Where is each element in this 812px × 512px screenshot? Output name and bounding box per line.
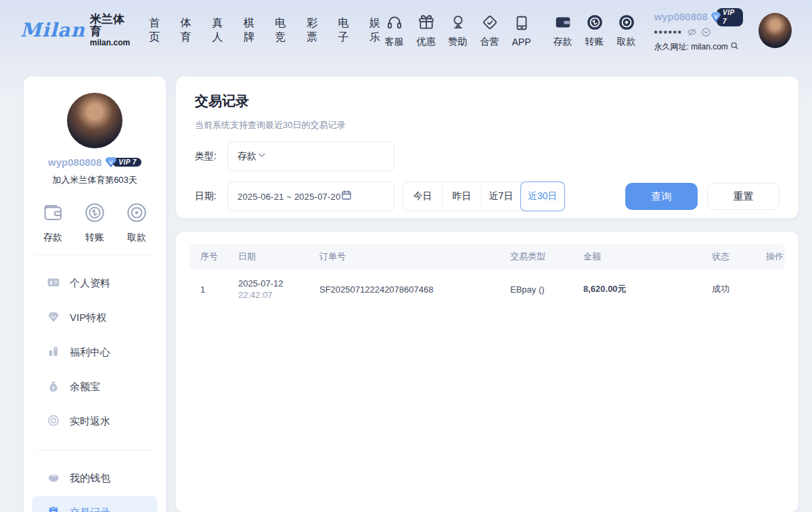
nav-slots[interactable]: 电子 [338,16,352,45]
nav-lottery[interactable]: 彩票 [307,16,321,45]
cell-amount: 8,620.00元 [572,283,701,295]
quicklink-label: 取款 [617,36,636,48]
col-header-status: 状态 [701,251,755,263]
table-header-row: 序号 日期 订单号 交易类型 金额 状态 操作 [189,244,785,270]
cell-type: EBpay () [499,284,572,295]
logo-domain-text: milan.com [90,39,130,47]
chevron-down-icon [256,150,267,163]
benefits-icon [47,345,60,360]
divider [36,450,154,450]
quicklink-label: APP [512,37,531,47]
quick-action-transfer[interactable]: 转账 [83,201,106,244]
nav-sports[interactable]: 体育 [181,16,195,45]
sidebar-item-transactions[interactable]: 交易记录 [32,496,158,512]
site-url-label: 永久网址: milan.com [654,42,728,52]
sidebar-item-label: 交易记录 [70,507,110,512]
range-30days[interactable]: 近30日 [520,182,565,211]
withdraw-coin-icon [618,14,635,34]
quicklink-label: 客服 [385,36,404,48]
quicklink-label: 优惠 [417,36,436,48]
range-yesterday[interactable]: 昨日 [443,182,482,211]
quicklink-promo[interactable]: 优惠 [415,14,437,48]
main-nav: 首页 体育 真人 棋牌 电竞 彩票 电子 娱乐 [149,16,383,45]
rebate-icon [47,414,60,429]
quicklink-label: 赞助 [449,36,468,48]
deposit-wallet-icon [554,14,572,34]
nav-live-casino[interactable]: 真人 [212,16,226,45]
trophy-icon [449,14,467,34]
nav-esports[interactable]: 电竞 [275,16,289,45]
vip-level-label: VIP 7 [717,8,742,26]
sidebar-avatar[interactable] [67,93,122,148]
quicklink-app[interactable]: APP [511,14,533,47]
sidebar-username: wyp080808 [48,156,102,168]
col-header-amount: 金额 [572,251,701,263]
nav-card-games[interactable]: 棋牌 [244,16,258,45]
id-card-icon [47,276,60,291]
user-info-block: wyp080808 V VIP 7 ****** 永久网址: milan.com [654,8,743,53]
moneybag-icon [47,379,60,395]
quick-action-deposit[interactable]: 存款 [41,201,64,244]
logo-script-text: Milan [20,21,85,40]
top-bar: Milan 米兰体育 milan.com 首页 体育 真人 棋牌 电竞 彩票 电… [0,0,812,61]
withdraw-circle-icon [125,201,148,227]
quicklink-transfer[interactable]: 转账 [584,14,606,48]
sidebar-item-rebate[interactable]: 实时返水 [32,404,158,439]
cell-order-no: SF202507122242078607468 [309,284,499,295]
quick-action-withdraw[interactable]: 取款 [125,201,148,244]
date-label: 日期: [195,190,227,202]
vip-badge: V VIP 7 [105,157,141,167]
search-button[interactable]: 查询 [625,183,698,210]
phone-icon [513,14,531,35]
col-header-date: 日期 [227,251,309,263]
page-subtitle: 当前系统支持查询最近30日的交易记录 [195,119,780,131]
quicklink-label: 转账 [585,36,604,48]
masked-balance: ****** [654,28,683,39]
search-icon[interactable] [730,41,739,53]
quicklink-partner[interactable]: 合营 [479,14,501,48]
chevron-circle-icon[interactable] [701,27,711,41]
sidebar-item-label: VIP特权 [70,312,106,324]
vip-level-label: VIP 7 [112,158,141,167]
transactions-table-card: 序号 日期 订单号 交易类型 金额 状态 操作 1 2025-07-12 22:… [176,232,798,512]
reset-button[interactable]: 重置 [707,183,780,210]
calendar-icon [340,189,353,204]
cell-status: 成功 [701,283,755,295]
filters-card: 交易记录 当前系统支持查询最近30日的交易记录 类型: 存款 日期: 2025-… [176,77,798,218]
headset-icon [386,14,403,34]
sidebar-item-profile[interactable]: 个人资料 [32,266,158,301]
col-header-action: 操作 [755,251,785,263]
date-range-input[interactable]: 2025-06-21 ~ 2025-07-20 [227,182,394,211]
sidebar-quick-actions: 存款 转账 取款 [24,201,166,244]
type-select[interactable]: 存款 [227,142,394,171]
quicklink-service[interactable]: 客服 [384,14,405,48]
quicklink-label: 存款 [554,36,572,48]
quicklink-deposit[interactable]: 存款 [552,14,574,48]
quick-action-label: 取款 [127,232,146,244]
col-header-order: 订单号 [309,251,499,263]
sidebar-item-wallet[interactable]: 我的钱包 [32,461,158,496]
site-logo[interactable]: Milan 米兰体育 milan.com [20,14,130,48]
sidebar-item-label: 福利中心 [70,346,110,359]
eye-off-icon[interactable] [687,27,697,41]
range-today[interactable]: 今日 [403,182,443,211]
vip-badge: V VIP 7 [711,8,743,26]
range-7days[interactable]: 近7日 [482,182,521,211]
header-avatar[interactable] [759,13,792,48]
quicklink-label: 合营 [480,36,499,48]
nav-home[interactable]: 首页 [149,16,163,45]
date-quick-range-group: 今日 昨日 近7日 近30日 [403,182,565,211]
deposit-wallet-icon [41,201,64,227]
sidebar-item-label: 我的钱包 [70,472,110,485]
quicklink-withdraw[interactable]: 取款 [616,14,637,48]
gift-icon [418,14,435,34]
cell-index: 1 [189,284,227,295]
date-range-value: 2025-06-21 ~ 2025-07-20 [238,192,340,202]
quicklink-sponsor[interactable]: 赞助 [447,14,469,48]
type-label: 类型: [195,150,227,163]
transfer-coin-icon [586,14,604,34]
sidebar-item-benefits[interactable]: 福利中心 [32,335,158,370]
sidebar-item-vip[interactable]: VIP特权 [32,301,158,335]
sidebar-item-yuebao[interactable]: 余额宝 [32,370,158,404]
nav-entertainment[interactable]: 娱乐 [369,16,384,45]
